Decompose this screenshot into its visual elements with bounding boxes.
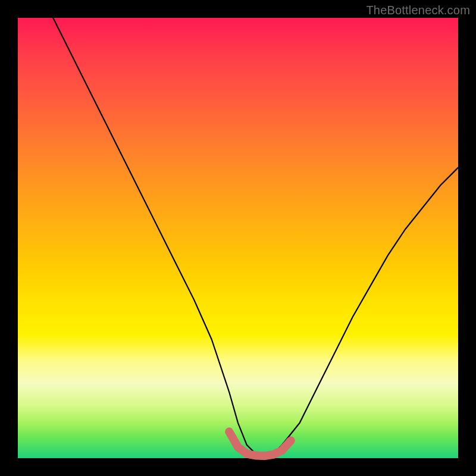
bottleneck-curve (53, 18, 458, 456)
watermark-text: TheBottleneck.com (366, 4, 470, 17)
curve-layer (18, 18, 458, 458)
chart-frame: TheBottleneck.com (0, 0, 476, 476)
plot-area (18, 18, 458, 458)
optimal-range-marker (229, 432, 291, 456)
